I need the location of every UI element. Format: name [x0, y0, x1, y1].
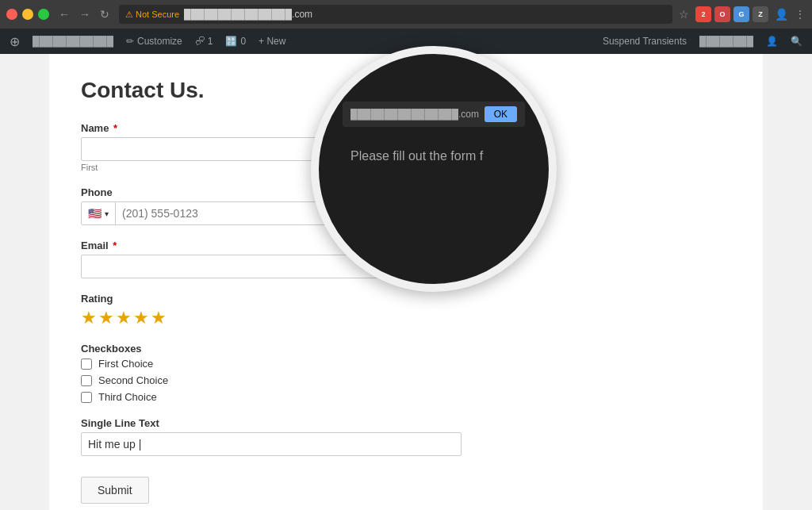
address-bar[interactable]: ⚠ Not Secure ████████████████.com	[119, 5, 672, 24]
minimize-btn[interactable]	[22, 9, 33, 20]
dialog-circle: ████████████████.com OK Please fill out …	[311, 46, 557, 292]
suspend-transients-button[interactable]: Suspend Transients	[603, 36, 687, 47]
checkbox-second-choice-label: Second Choice	[98, 374, 168, 386]
dialog-bar: ████████████████.com OK	[343, 102, 525, 127]
star-4[interactable]: ★	[133, 308, 149, 328]
rating-field-group: Rating ★ ★ ★ ★ ★	[81, 293, 731, 328]
phone-flag[interactable]: 🇺🇸 ▾	[82, 202, 116, 224]
single-line-label: Single Line Text	[81, 417, 731, 429]
single-line-input[interactable]	[81, 432, 462, 456]
star-rating[interactable]: ★ ★ ★ ★ ★	[81, 308, 731, 328]
comments-count: 1	[208, 36, 213, 47]
wp-admin-right: Suspend Transients ████████ 👤 🔍	[603, 36, 802, 47]
ext-icon-2[interactable]: O	[714, 6, 730, 22]
wp-admin-left: ⊕ ████████████ ✏ Customize 🗪 1 🔠 0 + New	[10, 34, 285, 49]
rating-label: Rating	[81, 293, 731, 305]
security-label: Not Secure	[136, 10, 179, 19]
suspend-label: Suspend Transients	[603, 36, 687, 47]
profile-icon[interactable]: 👤	[775, 8, 788, 21]
security-indicator: ⚠ Not Secure	[125, 10, 179, 20]
close-btn[interactable]	[6, 9, 17, 20]
single-line-field-group: Single Line Text	[81, 417, 731, 456]
dialog-message-text: Please fill out the form f	[350, 149, 483, 163]
page-wrapper: Contact Us. Name * First Phone 🇺🇸 ▾	[0, 54, 812, 510]
star-1[interactable]: ★	[81, 308, 97, 328]
flag-icon: 🇺🇸	[88, 207, 102, 220]
forward-button[interactable]: →	[76, 6, 94, 22]
checkboxes-field-group: Checkboxes First Choice Second Choice Th…	[81, 343, 731, 403]
maximize-btn[interactable]	[38, 9, 49, 20]
submit-button[interactable]: Submit	[81, 477, 149, 504]
bookmark-icon[interactable]: ☆	[679, 8, 689, 21]
checkbox-third-choice-input[interactable]	[81, 392, 92, 403]
browser-controls	[6, 9, 49, 20]
page-content: Contact Us. Name * First Phone 🇺🇸 ▾	[49, 54, 763, 510]
checkbox-second-choice: Second Choice	[81, 374, 731, 386]
star-5[interactable]: ★	[151, 308, 167, 328]
nav-buttons: ← → ↻	[56, 6, 113, 22]
browser-chrome: ← → ↻ ⚠ Not Secure ████████████████.com …	[0, 0, 812, 29]
address-text: ████████████████.com	[184, 9, 312, 20]
dialog-message: Please fill out the form f	[350, 149, 517, 163]
refresh-button[interactable]: ↻	[97, 6, 113, 22]
dialog-url: ████████████████.com	[350, 109, 479, 120]
star-2[interactable]: ★	[98, 308, 114, 328]
checkboxes-label: Checkboxes	[81, 343, 731, 355]
new-content-label: + New	[259, 36, 285, 47]
wordpress-logo[interactable]: ⊕	[10, 34, 20, 49]
browser-dialog-overlay: ████████████████.com OK Please fill out …	[311, 46, 565, 292]
dropdown-arrow: ▾	[105, 209, 109, 218]
extension-icons: 2 O G Z	[695, 6, 768, 22]
back-button[interactable]: ←	[56, 6, 73, 22]
new-content-button[interactable]: + New	[259, 36, 285, 47]
comments-icon: 🗪	[195, 36, 205, 47]
menu-icon[interactable]: ⋮	[795, 8, 806, 21]
ext-icon-4[interactable]: Z	[753, 6, 768, 22]
name-required-marker: *	[110, 122, 117, 134]
customize-label: Customize	[137, 36, 182, 47]
checkbox-first-choice-label: First Choice	[98, 358, 153, 370]
spam-icon: 🔠	[225, 36, 237, 47]
checkbox-second-choice-input[interactable]	[81, 375, 92, 386]
checkbox-first-choice-input[interactable]	[81, 359, 92, 370]
checkbox-first-choice: First Choice	[81, 358, 731, 370]
checkbox-third-choice: Third Choice	[81, 391, 731, 403]
customize-button[interactable]: ✏ Customize	[126, 36, 182, 47]
howdy-text: ████████	[699, 36, 753, 47]
spam-button[interactable]: 🔠 0	[225, 36, 246, 47]
dialog-ok-button[interactable]: OK	[485, 106, 517, 122]
star-3[interactable]: ★	[116, 308, 132, 328]
site-name[interactable]: ████████████	[33, 36, 113, 47]
ext-icon-3[interactable]: G	[733, 6, 749, 22]
warning-icon: ⚠	[125, 10, 133, 20]
email-required-marker: *	[110, 240, 117, 251]
checkbox-third-choice-label: Third Choice	[98, 391, 157, 403]
site-name-text: ████████████	[33, 36, 113, 47]
admin-search-button[interactable]: 🔍	[791, 36, 802, 47]
edit-icon: ✏	[126, 36, 134, 47]
ext-icon-1[interactable]: 2	[695, 6, 711, 22]
browser-right-icons: ☆ 2 O G Z 👤 ⋮	[679, 6, 806, 22]
user-avatar[interactable]: 👤	[766, 36, 778, 47]
spam-count: 0	[240, 36, 246, 47]
comments-button[interactable]: 🗪 1	[195, 36, 213, 47]
